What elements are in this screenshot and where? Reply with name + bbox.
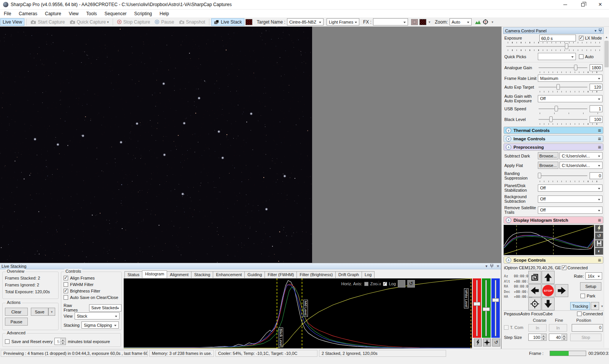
slider-thumb[interactable] xyxy=(555,106,558,111)
background-subtraction-combo[interactable]: Off xyxy=(538,196,603,203)
red-slider-thumb[interactable] xyxy=(473,302,480,306)
exposure-auto-checkbox[interactable] xyxy=(579,54,583,59)
tab-guiding[interactable]: Guiding xyxy=(244,271,265,278)
reset-stretch-button[interactable]: ↺ xyxy=(595,232,603,240)
slew-up-button[interactable] xyxy=(542,271,555,284)
stack-histogram-button[interactable] xyxy=(246,19,252,25)
planet-disk-combo[interactable]: Off xyxy=(538,184,603,192)
snapshot-button[interactable]: Snapshot xyxy=(177,18,207,26)
lx-mode-checkbox[interactable] xyxy=(579,36,583,40)
pin-icon[interactable] xyxy=(599,29,602,33)
focuser-connected-checkbox[interactable] xyxy=(577,312,582,316)
pin-icon[interactable] xyxy=(490,264,493,268)
usb-speed-slider[interactable] xyxy=(538,106,588,112)
setup-button[interactable]: Setup xyxy=(580,282,601,291)
center-target-button[interactable] xyxy=(528,297,541,310)
live-stacking-header[interactable]: Live Stacking ▾ × xyxy=(0,263,501,269)
subtract-dark-browse-button[interactable]: Browse... xyxy=(538,152,558,159)
slew-right-button[interactable] xyxy=(555,284,568,297)
slider-thumb[interactable] xyxy=(574,65,577,70)
menu-capture[interactable]: Capture xyxy=(41,10,65,17)
tab-status[interactable]: Status xyxy=(124,271,142,278)
minimize-button[interactable] xyxy=(556,0,574,9)
temp-comp-checkbox[interactable] xyxy=(504,325,509,330)
slider-thumb[interactable] xyxy=(538,173,541,178)
pause-button[interactable]: Pause xyxy=(153,18,176,26)
chevron-down-icon[interactable]: ▾ xyxy=(429,20,430,24)
tab-drift-graph[interactable]: Drift Graph xyxy=(335,271,362,278)
mid-level-marker-label[interactable]: Mid Level xyxy=(303,300,308,317)
blue-slider-thumb[interactable] xyxy=(492,298,499,302)
section-preprocessing[interactable]: ∧ Preprocessing ≡ xyxy=(504,143,603,151)
black-level-marker-label[interactable]: Black Level xyxy=(279,327,283,347)
remove-satellite-combo[interactable]: Off xyxy=(538,207,603,214)
align-frames-checkbox[interactable] xyxy=(64,276,68,280)
clear-button[interactable]: Clear xyxy=(5,308,28,316)
close-icon[interactable]: × xyxy=(496,263,499,269)
tab-alignment[interactable]: Alignment xyxy=(167,271,191,278)
frame-rate-limit-combo[interactable]: Maximum xyxy=(538,75,603,82)
blue-level-slider[interactable] xyxy=(491,278,500,338)
brightness-filter-checkbox[interactable] xyxy=(64,289,68,293)
usb-speed-value[interactable]: 1 xyxy=(590,105,603,112)
white-level-marker-label[interactable]: White Level xyxy=(464,288,469,308)
section-menu-icon[interactable]: ≡ xyxy=(598,144,601,150)
auto-stretch-stack-button[interactable] xyxy=(398,280,405,288)
menu-help[interactable]: Help xyxy=(156,10,173,17)
tracking-star-button[interactable]: ★ xyxy=(591,302,599,310)
reset-levels-button[interactable]: ↺ xyxy=(492,339,500,347)
scope-stop-button[interactable]: STOP xyxy=(542,284,555,297)
fx-dark-swatch-button[interactable] xyxy=(419,19,426,25)
auto-gain-combo[interactable]: Off xyxy=(538,95,603,102)
raw-frames-combo[interactable]: Save Stacked xyxy=(89,304,121,312)
green-level-slider[interactable] xyxy=(482,278,490,338)
step-fine-spinner[interactable]: 40 xyxy=(549,334,567,341)
slew-left-button[interactable] xyxy=(528,284,541,297)
rate-combo[interactable]: 16x xyxy=(585,272,602,280)
save-dropdown-button[interactable]: ▾ xyxy=(48,308,55,316)
focus-in-coarse-button[interactable]: In xyxy=(528,324,547,332)
chevron-down-icon[interactable]: ▾ xyxy=(492,20,494,24)
star-detect-button[interactable] xyxy=(483,339,491,347)
section-image-controls[interactable]: ∨ Image Controls ≡ xyxy=(504,135,603,142)
pause-stack-button[interactable]: Pause xyxy=(5,318,28,326)
stretch-histogram-plot[interactable] xyxy=(504,225,594,255)
exposure-slider[interactable] xyxy=(505,43,601,49)
fwhm-filter-checkbox[interactable] xyxy=(64,282,68,287)
spiral-search-button[interactable] xyxy=(528,271,541,284)
red-level-slider[interactable] xyxy=(473,278,481,338)
apply-flat-browse-button[interactable]: Browse... xyxy=(538,162,558,169)
tab-enhancement[interactable]: Enhancement xyxy=(213,271,245,278)
save-button[interactable]: Save xyxy=(31,308,48,316)
menu-view[interactable]: View xyxy=(65,10,83,17)
banding-suppression-value[interactable]: 0 xyxy=(590,172,603,179)
slider-thumb[interactable] xyxy=(565,43,568,49)
auto-exp-target-slider[interactable] xyxy=(538,84,588,90)
histogram-tool-icon[interactable] xyxy=(475,19,481,25)
start-capture-button[interactable]: Start Capture xyxy=(29,18,67,26)
minutes-spinner[interactable]: 5 xyxy=(54,338,66,345)
section-menu-icon[interactable]: ≡ xyxy=(598,257,601,263)
analogue-gain-value[interactable]: 1800 xyxy=(590,64,603,71)
chevron-down-icon[interactable]: ▾ xyxy=(595,29,596,33)
banding-suppression-slider[interactable] xyxy=(538,173,588,179)
section-scope-controls[interactable]: ∧ Scope Controls ≡ xyxy=(504,256,603,264)
chevron-down-icon[interactable]: ▾ xyxy=(485,264,487,268)
focus-in-fine-button[interactable]: In xyxy=(549,324,567,332)
tab-filter-brightness[interactable]: Filter (Brightness) xyxy=(297,271,336,278)
black-level-slider[interactable] xyxy=(538,116,588,122)
focuser-stop-button[interactable]: Stop xyxy=(570,334,601,341)
scroll-up-icon[interactable]: ▲ xyxy=(604,34,609,40)
stop-capture-button[interactable]: Stop Capture xyxy=(115,18,152,26)
apply-flat-path-combo[interactable]: C:\Users\olivi... xyxy=(560,162,603,169)
auto-save-checkbox[interactable] xyxy=(64,295,68,300)
reticle-tool-icon[interactable] xyxy=(483,19,488,25)
quick-capture-button[interactable]: Quick Capture▾ xyxy=(68,18,111,26)
menu-tools[interactable]: Tools xyxy=(83,10,101,17)
subtract-dark-path-combo[interactable]: C:\Users\olivi... xyxy=(560,152,603,159)
green-slider-thumb[interactable] xyxy=(483,307,489,311)
tracking-button[interactable]: Tracking xyxy=(570,302,590,310)
slider-thumb[interactable] xyxy=(549,116,553,122)
menu-file[interactable]: File xyxy=(0,10,15,17)
menu-scripting[interactable]: Scripting xyxy=(131,10,156,17)
